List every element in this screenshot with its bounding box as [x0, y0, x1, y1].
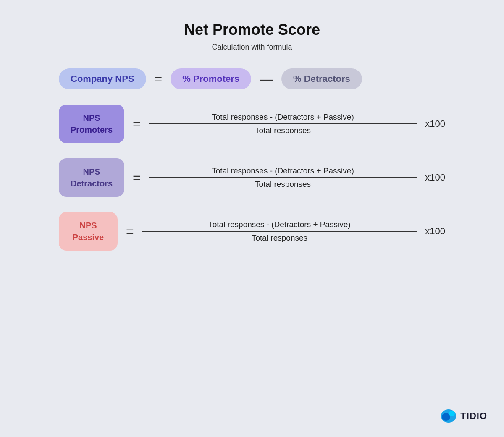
nps-promoters-badge: NPS Promoters [59, 105, 124, 143]
formula-row-1: Company NPS = % Promoters — % Detractors [34, 68, 470, 89]
multiplier-2: x100 [425, 118, 445, 129]
fraction-2-numerator: Total responses - (Detractors + Passive) [212, 113, 354, 122]
equals-3: = [133, 170, 141, 186]
nps-detractors-badge: NPS Detractors [59, 158, 124, 197]
formula-container: Company NPS = % Promoters — % Detractors… [34, 68, 470, 251]
page-subtitle: Calculation with formula [212, 43, 292, 52]
svg-point-1 [442, 413, 450, 421]
fraction-4: Total responses - (Detractors + Passive)… [142, 220, 417, 243]
page-title: Net Promote Score [184, 21, 320, 39]
svg-point-2 [449, 411, 455, 416]
detractors-badge: % Detractors [281, 68, 362, 89]
tidio-icon [440, 408, 457, 424]
fraction-3-line [149, 177, 417, 178]
promoters-badge: % Promoters [171, 68, 251, 89]
fraction-3-numerator: Total responses - (Detractors + Passive) [212, 166, 354, 175]
company-nps-badge: Company NPS [59, 68, 146, 89]
tidio-logo: TIDIO [440, 408, 487, 424]
fraction-3: Total responses - (Detractors + Passive)… [149, 166, 417, 189]
fraction-3-denominator: Total responses [255, 180, 311, 189]
formula-row-2: NPS Promoters = Total responses - (Detra… [34, 105, 470, 143]
equals-4: = [126, 224, 134, 239]
formula-row-3: NPS Detractors = Total responses - (Detr… [34, 158, 470, 197]
fraction-2: Total responses - (Detractors + Passive)… [149, 113, 417, 135]
brand-name: TIDIO [460, 411, 487, 421]
fraction-4-denominator: Total responses [252, 233, 307, 243]
fraction-2-line [149, 123, 417, 124]
multiplier-4: x100 [425, 226, 445, 237]
nps-passive-badge: NPS Passive [59, 212, 118, 251]
formula-row-4: NPS Passive = Total responses - (Detract… [34, 212, 470, 251]
equals-2: = [133, 116, 141, 132]
fraction-2-denominator: Total responses [255, 126, 311, 135]
equals-1: = [155, 71, 163, 87]
minus-sign: — [260, 71, 273, 87]
fraction-4-numerator: Total responses - (Detractors + Passive) [208, 220, 350, 229]
multiplier-3: x100 [425, 172, 445, 183]
fraction-4-line [142, 231, 417, 232]
